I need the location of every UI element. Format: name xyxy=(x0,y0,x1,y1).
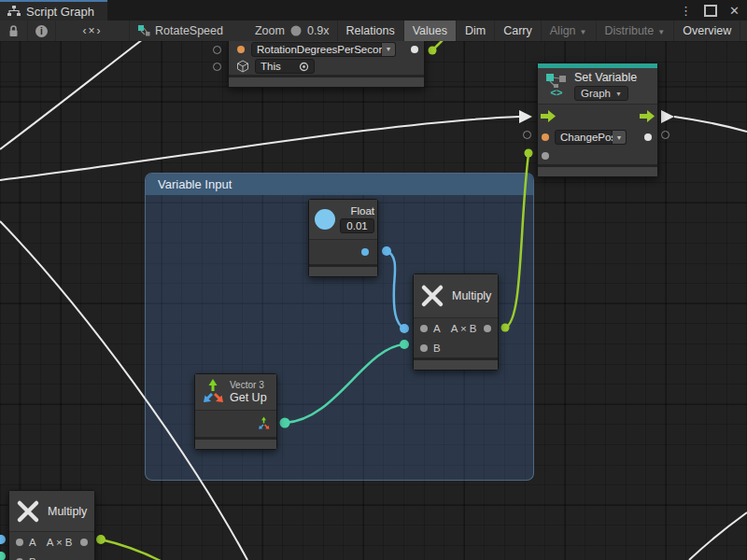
align-button[interactable]: Align▼ xyxy=(542,21,597,41)
output-port-dot[interactable] xyxy=(80,539,88,546)
float-value-input[interactable]: 0.01 xyxy=(340,218,374,233)
value-port-dot[interactable] xyxy=(542,133,549,141)
wire-white-from-setvariable[interactable] xyxy=(674,117,747,132)
chevron-down-icon: ▼ xyxy=(386,46,392,52)
vector3-icon xyxy=(200,378,226,406)
input-port-dot[interactable] xyxy=(16,539,23,546)
wire-teal-getup-to-multiply[interactable] xyxy=(285,344,404,423)
close-icon[interactable]: ✕ xyxy=(729,5,740,17)
zoom-value: 0.9x xyxy=(300,21,337,41)
wire-endpoint[interactable] xyxy=(525,149,533,158)
node-title: Set Variable xyxy=(574,71,637,84)
chevron-down-icon: ▼ xyxy=(657,28,665,36)
zoom-slider-handle[interactable] xyxy=(290,26,301,36)
wire-green-multiply2-out[interactable] xyxy=(101,539,161,560)
flow-input-arrow[interactable] xyxy=(541,110,556,122)
graph-reference[interactable]: RotateSpeed xyxy=(130,21,231,41)
output-port-dot[interactable] xyxy=(644,133,652,141)
wire-endpoint[interactable] xyxy=(0,552,6,560)
wire-white-topleft[interactable] xyxy=(0,41,143,149)
node-float-literal[interactable]: Float 0.01 xyxy=(308,199,378,277)
input-port-dot[interactable] xyxy=(420,344,428,352)
variable-icon xyxy=(545,74,568,88)
wire-endpoint[interactable] xyxy=(429,47,437,55)
menu-icon[interactable]: ⋮ xyxy=(680,5,692,17)
lock-button[interactable] xyxy=(0,21,28,41)
input-port-dot[interactable] xyxy=(420,325,428,332)
node-type-label: Vector 3 xyxy=(230,380,267,390)
multiply-icon xyxy=(15,498,41,525)
node-vector3-get-up[interactable]: Vector 3 Get Up xyxy=(194,373,277,450)
multiply-icon xyxy=(419,283,445,309)
carry-button[interactable]: Carry xyxy=(495,21,542,41)
window-controls: ⋮ ✕ xyxy=(680,0,747,21)
distribute-button[interactable]: Distribute▼ xyxy=(597,21,675,41)
tab-script-graph[interactable]: Script Graph xyxy=(0,0,107,21)
info-icon: i xyxy=(35,25,48,37)
flow-output-arrow[interactable] xyxy=(640,110,655,122)
variable-name-dropdown[interactable]: RotationDegreesPerSecond xyxy=(251,42,382,57)
full-screen-button[interactable]: Full Screen xyxy=(740,21,747,41)
graph-toolbar: i ‹×› RotateSpeed Zoom 0.9x Relations Va… xyxy=(0,21,747,42)
output-port-dot[interactable] xyxy=(411,46,418,53)
output-port-dot[interactable] xyxy=(484,325,491,332)
info-button[interactable]: i xyxy=(28,21,56,41)
float-type-icon xyxy=(315,209,335,230)
node-footer xyxy=(229,75,424,87)
node-footer xyxy=(414,357,498,370)
dropdown-button[interactable]: ▼ xyxy=(382,42,396,57)
output-port-dot[interactable] xyxy=(361,248,369,256)
node-footer xyxy=(309,264,377,276)
node-title: Multiply xyxy=(48,505,87,518)
flow-arrowhead-out xyxy=(661,110,674,123)
relations-button[interactable]: Relations xyxy=(337,21,404,41)
wire-white-bottomright[interactable] xyxy=(689,512,747,560)
title-bar: Script Graph ⋮ ✕ xyxy=(0,0,747,21)
chevron-down-icon: ▼ xyxy=(615,91,622,97)
wire-endpoint[interactable] xyxy=(382,246,391,256)
graph-icon xyxy=(7,6,21,17)
wire-blue-float-to-multiply[interactable] xyxy=(387,251,404,329)
overview-button[interactable]: Overview xyxy=(674,21,740,41)
node-title: Get Up xyxy=(230,391,267,404)
input-port[interactable] xyxy=(523,131,531,139)
input-port[interactable] xyxy=(213,46,221,54)
value-port-dot[interactable] xyxy=(237,46,245,53)
node-footer xyxy=(538,164,657,176)
wire-endpoint[interactable] xyxy=(0,535,6,544)
maximize-icon[interactable] xyxy=(704,5,717,17)
wire-endpoint[interactable] xyxy=(400,340,409,349)
node-set-variable[interactable]: <> Set Variable Graph ▼ xyxy=(537,63,658,177)
wire-endpoint[interactable] xyxy=(96,535,106,544)
graph-name: RotateSpeed xyxy=(155,24,223,37)
dim-button[interactable]: Dim xyxy=(457,21,495,41)
wire-endpoint[interactable] xyxy=(501,324,510,332)
vector3-output-port-icon[interactable] xyxy=(257,416,271,431)
object-picker-icon[interactable] xyxy=(299,62,309,72)
target-field[interactable]: This xyxy=(255,59,315,74)
script-graph-asset-icon xyxy=(137,24,150,37)
input-port[interactable] xyxy=(213,63,221,71)
graph-canvas[interactable]: Variable Input xyxy=(0,41,747,560)
wire-endpoint[interactable] xyxy=(280,418,290,428)
node-get-variable[interactable]: RotationDegreesPerSecond ▼ This xyxy=(228,41,425,88)
unity-script-graph-window: { "window": { "tab_title": "Script Graph… xyxy=(0,0,747,560)
wire-white-to-setvariable[interactable] xyxy=(0,117,519,180)
wire-endpoint[interactable] xyxy=(400,324,409,333)
node-multiply[interactable]: Multiply A A × B B xyxy=(413,273,499,371)
variable-name-dropdown[interactable]: ChangePos xyxy=(555,130,613,145)
value-port-dot[interactable] xyxy=(542,152,549,160)
zoom-label: Zoom xyxy=(247,21,292,41)
values-button[interactable]: Values xyxy=(404,21,457,41)
code-preview-button[interactable]: ‹×› xyxy=(56,21,130,41)
node-title: Multiply xyxy=(452,289,491,302)
tab-title: Script Graph xyxy=(26,5,94,19)
cube-icon xyxy=(236,60,249,73)
wire-green-multiply-to-setvariable[interactable] xyxy=(505,154,529,328)
dropdown-button[interactable]: ▼ xyxy=(613,130,627,145)
chevron-down-icon: ▼ xyxy=(580,28,587,36)
node-footer xyxy=(195,437,276,449)
scope-dropdown[interactable]: Graph ▼ xyxy=(574,86,628,101)
node-multiply-bottom[interactable]: Multiply A A × B B xyxy=(8,490,95,560)
output-port[interactable] xyxy=(661,131,669,139)
